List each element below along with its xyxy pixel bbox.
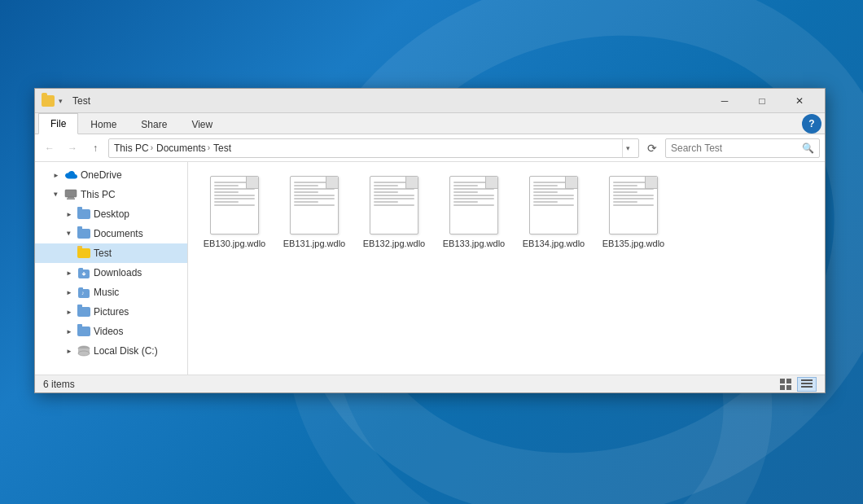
sidebar-item-onedrive[interactable]: ► OneDrive bbox=[35, 165, 187, 185]
svg-rect-9 bbox=[780, 385, 785, 390]
sidebar-item-test[interactable]: Test bbox=[35, 243, 187, 263]
documents-folder-icon bbox=[77, 227, 90, 240]
sidebar-item-localdisk[interactable]: ► Local Disk (C:) bbox=[35, 341, 187, 361]
chevron-1-icon: › bbox=[151, 143, 153, 152]
sidebar-label-music: Music bbox=[94, 287, 119, 298]
sidebar-label-downloads: Downloads bbox=[94, 267, 142, 278]
onedrive-icon bbox=[64, 169, 77, 182]
quick-access-toolbar: ▾ bbox=[42, 95, 63, 107]
ribbon-tabs: File Home Share View bbox=[35, 113, 228, 134]
doc-icon-3 bbox=[449, 176, 498, 234]
sidebar-label-pictures: Pictures bbox=[94, 306, 129, 318]
ribbon: File Home Share View ? bbox=[35, 113, 825, 134]
sidebar-item-desktop[interactable]: ► Desktop bbox=[35, 204, 187, 224]
sidebar-label-thispc: This PC bbox=[81, 189, 116, 200]
address-segment-documents[interactable]: Documents › bbox=[156, 142, 210, 154]
search-input[interactable] bbox=[671, 142, 799, 154]
localdisk-icon bbox=[77, 344, 90, 357]
tab-file[interactable]: File bbox=[38, 113, 78, 134]
file-name-2: EB132.jpg.wdlo bbox=[363, 238, 425, 249]
help-button[interactable]: ? bbox=[802, 114, 821, 134]
sidebar-label-test: Test bbox=[94, 248, 112, 259]
doc-icon-1 bbox=[290, 176, 339, 234]
forward-button[interactable]: → bbox=[63, 138, 82, 158]
address-bar[interactable]: This PC › Documents › Test ▾ bbox=[108, 138, 639, 158]
navigation-bar: ← → ↑ This PC › Documents › Test ▾ ⟳ 🔍 bbox=[35, 134, 825, 162]
close-button[interactable]: ✕ bbox=[781, 89, 818, 113]
sidebar-item-videos[interactable]: ► Videos bbox=[35, 322, 187, 341]
tab-share[interactable]: Share bbox=[129, 114, 179, 134]
svg-rect-12 bbox=[801, 383, 813, 384]
test-folder-icon bbox=[77, 247, 90, 260]
tab-view[interactable]: View bbox=[179, 114, 225, 134]
doc-icon-2 bbox=[370, 176, 418, 234]
file-item-1[interactable]: EB131.jpg.wdlo bbox=[278, 172, 351, 253]
doc-icon-5 bbox=[609, 176, 658, 234]
chevron-2-icon: › bbox=[208, 143, 210, 152]
sidebar-label-documents: Documents bbox=[94, 228, 143, 239]
folder-icon-qat bbox=[42, 95, 55, 107]
ribbon-tabs-row: File Home Share View ? bbox=[35, 113, 825, 134]
sidebar-item-downloads[interactable]: ► Downloads bbox=[35, 263, 187, 283]
sidebar-item-thispc[interactable]: ► This PC bbox=[35, 185, 187, 204]
expand-arrow-downloads: ► bbox=[64, 268, 74, 278]
explorer-window: ▾ Test ─ □ ✕ File Home Share View ? ← → … bbox=[34, 88, 826, 393]
minimize-button[interactable]: ─ bbox=[706, 89, 743, 113]
doc-icon-0 bbox=[210, 176, 259, 234]
svg-rect-2 bbox=[67, 199, 75, 200]
sidebar-item-music[interactable]: ► ♪ Music bbox=[35, 283, 187, 302]
address-segment-test[interactable]: Test bbox=[213, 142, 231, 154]
expand-arrow-desktop: ► bbox=[64, 209, 74, 219]
address-segment-pc[interactable]: This PC › bbox=[114, 142, 153, 154]
expand-arrow-localdisk: ► bbox=[64, 346, 74, 356]
svg-rect-10 bbox=[786, 385, 791, 390]
expand-arrow-music: ► bbox=[64, 287, 74, 297]
file-item-2[interactable]: EB132.jpg.wdlo bbox=[357, 172, 431, 253]
svg-rect-8 bbox=[786, 379, 791, 383]
file-item-4[interactable]: EB134.jpg.wdlo bbox=[517, 172, 590, 253]
file-name-0: EB130.jpg.wdlo bbox=[204, 238, 265, 249]
file-item-3[interactable]: EB133.jpg.wdlo bbox=[437, 172, 510, 253]
expand-arrow-pictures: ► bbox=[64, 307, 74, 317]
file-name-3: EB133.jpg.wdlo bbox=[443, 238, 505, 249]
up-button[interactable]: ↑ bbox=[85, 138, 105, 158]
file-name-1: EB131.jpg.wdlo bbox=[283, 238, 345, 249]
sidebar-item-pictures[interactable]: ► Pictures bbox=[35, 302, 187, 322]
qat-down-arrow[interactable]: ▾ bbox=[59, 97, 63, 105]
refresh-button[interactable]: ⟳ bbox=[642, 138, 662, 158]
pictures-folder-icon bbox=[77, 305, 90, 318]
back-button[interactable]: ← bbox=[40, 138, 59, 158]
status-bar: 6 items bbox=[35, 375, 825, 392]
sidebar: ► OneDrive ► This PC bbox=[35, 162, 188, 375]
file-name-4: EB134.jpg.wdlo bbox=[523, 238, 585, 249]
large-icon-view-button[interactable] bbox=[797, 377, 817, 392]
window-title: Test bbox=[72, 95, 706, 107]
svg-point-6 bbox=[78, 351, 90, 356]
sidebar-label-onedrive: OneDrive bbox=[81, 169, 122, 181]
svg-rect-1 bbox=[68, 197, 74, 199]
doc-icon-4 bbox=[529, 176, 578, 234]
svg-rect-7 bbox=[780, 379, 785, 383]
sidebar-label-localdisk: Local Disk (C:) bbox=[94, 345, 158, 357]
tab-home[interactable]: Home bbox=[78, 114, 129, 134]
search-icon[interactable]: 🔍 bbox=[802, 142, 814, 154]
file-content-area: EB130.jpg.wdlo EB131.jpg.wdlo bbox=[188, 162, 825, 375]
title-bar: ▾ Test ─ □ ✕ bbox=[35, 89, 825, 113]
expand-arrow-videos: ► bbox=[64, 327, 74, 336]
svg-rect-0 bbox=[65, 190, 77, 197]
file-name-5: EB135.jpg.wdlo bbox=[602, 238, 664, 249]
expand-arrow-thispc: ► bbox=[51, 190, 61, 199]
view-buttons bbox=[776, 377, 817, 392]
pc-icon bbox=[64, 188, 77, 201]
svg-rect-13 bbox=[801, 386, 813, 388]
sidebar-item-documents[interactable]: ► Documents bbox=[35, 224, 187, 243]
search-bar[interactable]: 🔍 bbox=[665, 138, 820, 158]
address-dropdown-button[interactable]: ▾ bbox=[622, 139, 633, 157]
file-item-0[interactable]: EB130.jpg.wdlo bbox=[198, 172, 271, 253]
desktop-folder-icon bbox=[77, 208, 90, 221]
downloads-folder-icon bbox=[77, 266, 90, 279]
svg-rect-11 bbox=[801, 379, 813, 381]
maximize-button[interactable]: □ bbox=[743, 89, 781, 113]
details-view-button[interactable] bbox=[776, 377, 795, 392]
file-item-5[interactable]: EB135.jpg.wdlo bbox=[597, 172, 670, 253]
